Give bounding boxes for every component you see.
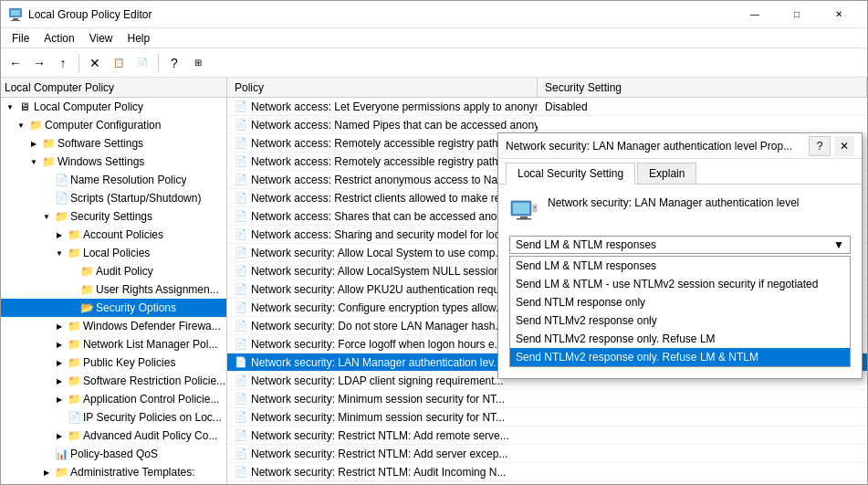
expand-public-key[interactable]: ▶ [52,355,67,370]
back-button[interactable]: ← [5,52,26,74]
tree-item-name-resolution[interactable]: ▶ 📄 Name Resolution Policy [1,171,226,189]
cell-policy: 📄 Network security: Configure encryption… [227,300,538,315]
list-row[interactable]: 📄 Network security: Restrict NTLM: Add r… [227,427,867,445]
expand-local[interactable]: ▼ [52,246,67,260]
tree-item-account-policies[interactable]: ▶ 📁 Account Policies [1,226,226,244]
expand-computer-config[interactable]: ▼ [14,118,28,132]
cell-policy: 📄 Network security: Allow LocalSystem NU… [227,264,538,279]
tree-item-app-control[interactable]: ▶ 📁 Application Control Policie... [1,390,226,408]
row-icon: 📄 [235,210,247,223]
row-icon: 📄 [235,174,247,186]
cell-policy: 📄 Network security: Force logoff when lo… [227,337,538,352]
list-row[interactable]: 📄 Network access: Named Pipes that can b… [227,116,867,134]
dialog-tab-explain[interactable]: Explain [637,163,696,184]
app-icon [8,7,23,22]
tree-item-policy-qos[interactable]: 📊 Policy-based QoS [1,445,226,463]
tree-item-advanced-audit[interactable]: ▶ 📁 Advanced Audit Policy Co... [1,427,226,445]
dropdown-header-row[interactable]: Send LM & NTLM responses ▼ [509,236,851,254]
forward-button[interactable]: → [28,52,50,74]
row-icon: 📄 [235,247,247,259]
maximize-button[interactable]: □ [776,1,818,28]
tree-item-user-config[interactable]: ▼ 📁 User Configuration [1,481,226,484]
row-icon: 📄 [235,466,247,479]
tree-item-local-policies[interactable]: ▼ 📁 Local Policies [1,244,226,262]
tree-item-public-key[interactable]: ▶ 📁 Public Key Policies [1,353,226,372]
tree-item-network-list[interactable]: ▶ 📁 Network List Manager Pol... [1,335,226,353]
dropdown-option-5[interactable]: Send NTLMv2 response only. Refuse LM & N… [510,348,850,366]
svg-rect-3 [11,20,20,21]
tree-item-windows-settings[interactable]: ▼ 📁 Windows Settings [1,153,226,171]
dialog-help-button[interactable]: ? [809,136,831,156]
menu-action[interactable]: Action [37,28,81,48]
dialog-close-button[interactable]: ✕ [834,136,854,156]
expand-security[interactable]: ▼ [39,209,54,224]
expand-account[interactable]: ▶ [52,227,67,242]
col-header-setting[interactable]: Security Setting [538,78,867,97]
expand-sw-restrict[interactable]: ▶ [52,374,67,388]
help-button[interactable]: ? [163,52,185,74]
cell-policy: 📄 Network security: Allow Local System t… [227,246,538,260]
expand-app-control[interactable]: ▶ [52,392,67,406]
row-icon: 📄 [235,301,247,314]
tree-item-local-computer[interactable]: ▼ 🖥 Local Computer Policy [1,98,226,116]
expand-software[interactable]: ▶ [26,136,41,151]
dropdown-option-2[interactable]: Send NTLM response only [510,293,850,311]
new-button[interactable]: 📄 [131,52,153,74]
view-button[interactable]: ⊞ [187,52,209,74]
policy-text: Network security: LDAP client signing re… [251,374,504,387]
tree-label-audit: Audit Policy [96,265,153,278]
cell-policy: 📄 Network access: Let Everyone permissio… [227,100,538,114]
minimize-button[interactable]: — [734,1,776,28]
dropdown-option-3[interactable]: Send NTLMv2 response only [510,311,850,330]
list-row[interactable]: 📄 Network access: Let Everyone permissio… [227,98,867,116]
menu-view[interactable]: View [82,28,120,48]
policy-text: Network access: Let Everyone permissions… [251,100,538,113]
menu-file[interactable]: File [5,28,37,48]
tree-item-sw-restrict[interactable]: ▶ 📁 Software Restriction Policie... [1,372,226,390]
list-row[interactable]: 📄 Network security: Minimum session secu… [227,408,867,427]
tree-label-sec-opts: Security Options [96,301,176,314]
expand-admin[interactable]: ▶ [39,465,54,480]
delete-button[interactable]: ✕ [84,52,106,74]
tree-item-ip-security[interactable]: 📄 IP Security Policies on Loc... [1,408,226,427]
properties-button[interactable]: 📋 [108,52,130,74]
tree-label-defender: Windows Defender Firewa... [83,320,221,332]
tree-item-audit[interactable]: ▶ 📁 Audit Policy [1,262,226,280]
dialog-setting-text: Network security: LAN Manager authentica… [548,195,799,211]
cell-policy: 📄 Network access: Restrict anonymous acc… [227,173,538,187]
doc-icon-scripts: 📄 [54,191,68,206]
col-header-policy[interactable]: Policy [227,78,538,97]
expand-network-list[interactable]: ▶ [52,337,67,352]
tree-label-windows: Windows Settings [58,155,144,168]
folder-icon-network-list: 📁 [67,337,81,352]
policy-text: Network access: Named Pipes that can be … [251,119,538,132]
up-button[interactable]: ↑ [52,52,74,74]
expand-user-config[interactable]: ▼ [14,483,28,484]
tree-item-admin-templates[interactable]: ▶ 📁 Administrative Templates: [1,463,226,481]
tree-item-defender[interactable]: ▶ 📁 Windows Defender Firewa... [1,317,226,335]
expand-adv-audit[interactable]: ▶ [52,428,67,443]
list-row[interactable]: 📄 Network security: Restrict NTLM: Add s… [227,445,867,463]
cell-policy: 📄 Network access: Remotely accessible re… [227,154,538,169]
tree-item-scripts[interactable]: ▶ 📄 Scripts (Startup/Shutdown) [1,189,226,207]
close-button[interactable]: ✕ [818,1,860,28]
list-row[interactable]: 📄 Network security: Restrict NTLM: Audit… [227,463,867,481]
policy-text: Network security: Restrict NTLM: Add rem… [251,429,509,442]
tree-label-admin: Administrative Templates: [70,466,195,479]
tree-item-computer-config[interactable]: ▼ 📁 Computer Configuration [1,116,226,134]
expand-defender[interactable]: ▶ [52,319,67,333]
tree-item-software-settings[interactable]: ▶ 📁 Software Settings [1,134,226,153]
dropdown-option-1[interactable]: Send LM & NTLM - use NTLMv2 session secu… [510,275,850,293]
expand-windows[interactable]: ▼ [26,154,41,169]
tree-item-user-rights[interactable]: ▶ 📁 User Rights Assignmen... [1,280,226,299]
tree-item-security-settings[interactable]: ▼ 📁 Security Settings [1,207,226,226]
menu-help[interactable]: Help [120,28,158,48]
list-row[interactable]: 📄 Network security: Minimum session secu… [227,390,867,408]
expand-local-computer[interactable]: ▼ [3,100,17,114]
tree-item-security-options[interactable]: ▶ 📂 Security Options [1,299,226,317]
tree-label-user-rights: User Rights Assignmen... [96,283,219,296]
dropdown-option-4[interactable]: Send NTLMv2 response only. Refuse LM [510,330,850,348]
dropdown-option-0[interactable]: Send LM & NTLM responses [510,257,850,275]
cell-policy: 📄 Network access: Named Pipes that can b… [227,118,538,132]
dialog-tab-local-security[interactable]: Local Security Setting [506,163,635,185]
